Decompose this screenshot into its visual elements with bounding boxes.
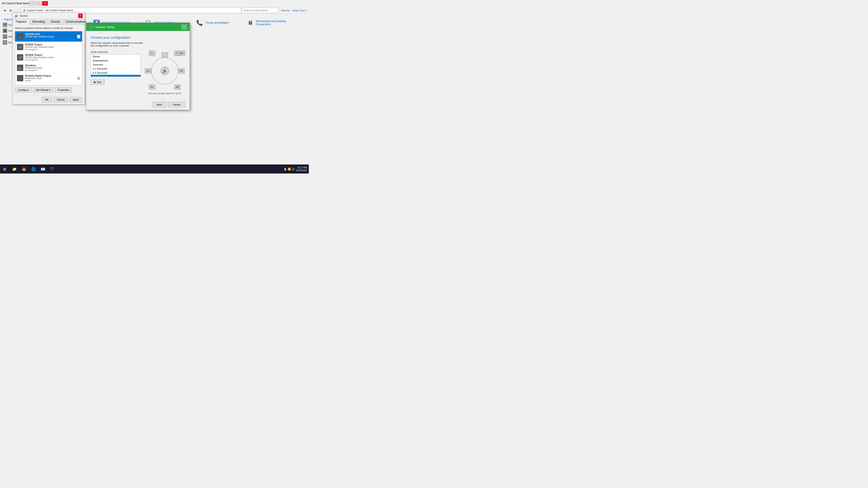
channel-list: Stereo Quadraphonic Surround 5.1 Surroun… — [91, 54, 141, 77]
device-item-3[interactable]: 🔈 Speakers Realtek(R) Audio Not plugged … — [15, 63, 82, 73]
device-sub-4: Realtek(R) Audio — [25, 77, 75, 79]
taskbar-icon-security[interactable]: 🛡 — [48, 164, 57, 173]
sound-dialog-close[interactable]: ✕ — [78, 13, 83, 18]
taskbar-sound-icon: 🔊 — [292, 168, 295, 170]
channel-item-51-1[interactable]: 5.1 Surround — [91, 67, 141, 71]
speaker-sub[interactable]: Sub — [178, 51, 185, 56]
speaker-rear-right[interactable]: RR — [174, 85, 181, 90]
device-item-2[interactable]: 🔊 NVIDIA Output NVIDIA High Definition A… — [15, 52, 82, 63]
device-name-1: NVIDIA Output — [25, 43, 80, 46]
channel-item-71[interactable]: 7.1 Surround — [91, 75, 141, 77]
channel-label: Audio channels: — [91, 51, 141, 53]
tab-sounds[interactable]: Sounds — [48, 19, 63, 24]
device-icon-2: 🔊 — [17, 54, 23, 61]
taskbar-icons: 📁 🦊 🌐 📧 🛡 — [9, 164, 58, 173]
sound-tabs: Playback Recording Sounds Communications — [13, 19, 85, 24]
taskbar-icon-mail[interactable]: 📧 — [38, 164, 48, 173]
device-badge-4: Ready — [25, 79, 75, 82]
taskbar-notification-icon: 🔔 — [284, 168, 287, 170]
speaker-side-left[interactable]: SL — [145, 68, 151, 73]
ok-button[interactable]: OK — [41, 97, 52, 102]
cp-item-phone-modem[interactable]: 📞 Phone and Modem — [193, 17, 243, 29]
speaker-cancel-button[interactable]: Cancel — [168, 102, 185, 107]
apply-button[interactable]: Apply — [69, 97, 82, 102]
device-name-0: DENON-AVR — [25, 33, 75, 35]
test-button[interactable]: ▶ Test — [91, 79, 105, 85]
speaker-content: Choose your configuration Select the spe… — [86, 31, 190, 99]
start-button[interactable]: ⊞ — [0, 164, 9, 173]
close-button[interactable]: ✕ — [42, 1, 48, 6]
speaker-close-button[interactable]: ✕ — [182, 24, 187, 30]
device-item-1[interactable]: 🔊 NVIDIA Output NVIDIA High Definition A… — [15, 42, 82, 52]
set-default-button[interactable]: Set Default ▾ — [33, 87, 53, 93]
device-name-2: NVIDIA Output — [25, 54, 80, 56]
title-bar: All Control Panel Items ─ □ ✕ — [0, 0, 309, 7]
channel-item-quad[interactable]: Quadraphonic — [91, 59, 141, 63]
next-button[interactable]: Next — [152, 102, 166, 107]
view-by-label: View by: — [281, 9, 290, 12]
tab-playback[interactable]: Playback — [13, 19, 30, 24]
cp-label-remote: RemoteApp and Desktop Connections — [256, 20, 293, 26]
device-item-4[interactable]: 🎵 Realtek Digital Output Realtek(R) Audi… — [15, 73, 82, 84]
breadcrumb: 🖥 Control Panel › All Control Panel Item… — [21, 8, 241, 13]
search-input[interactable] — [242, 8, 278, 13]
forward-button[interactable]: ▶ — [8, 8, 13, 13]
sidebar-icon-2: 🌐 — [3, 34, 7, 39]
maximize-button[interactable]: □ — [36, 1, 41, 6]
channel-item-surround[interactable]: Surround — [91, 63, 141, 67]
cp-item-remote[interactable]: 🖥 RemoteApp and Desktop Connections — [245, 17, 295, 29]
minimize-button[interactable]: ─ — [29, 1, 35, 6]
view-value[interactable]: Large icons — [292, 9, 305, 12]
device-icon-4: 🎵 — [17, 75, 23, 81]
title-bar-controls: ─ □ ✕ — [29, 1, 48, 6]
speaker-title-bar: 🔊 Speaker Setup ✕ — [86, 23, 190, 31]
back-button[interactable]: ◀ — [2, 8, 7, 13]
sidebar-icon-3: 🛡 — [3, 40, 7, 45]
test-play-icon: ▶ — [94, 80, 96, 84]
cancel-button[interactable]: Cancel — [53, 97, 68, 102]
device-info-3: Speakers Realtek(R) Audio Not plugged in — [25, 64, 80, 71]
device-item-0[interactable]: 📺 DENON-AVR NVIDIA High Definition Audio… — [15, 31, 82, 42]
speaker-heading: Choose your configuration — [91, 35, 185, 39]
speaker-front-left[interactable]: FL — [149, 51, 155, 56]
test-btn-wrap: ▶ Test — [91, 79, 141, 85]
speaker-title-icon: 🔊 — [89, 25, 93, 29]
properties-button[interactable]: Properties — [55, 87, 72, 93]
scrollbar-indicator-4: ≡ — [77, 76, 80, 80]
up-button[interactable]: ↑ — [14, 8, 20, 13]
taskbar-icon-firefox[interactable]: 🦊 — [20, 164, 29, 173]
taskbar: ⊞ 📁 🦊 🌐 📧 🛡 🔔 📶 🔊 6:17 PM 2/15/2021 — [0, 164, 309, 173]
device-icon-1: 🔊 — [17, 44, 23, 50]
speaker-side-right[interactable]: SR — [178, 68, 185, 73]
channel-item-51-2[interactable]: 5.1 Surround — [91, 71, 141, 75]
tab-recording[interactable]: Recording — [30, 19, 48, 24]
set-default-label: Set Default — [36, 89, 48, 91]
tab-communications[interactable]: Communications — [63, 19, 89, 24]
set-default-arrow: ▾ — [49, 89, 51, 92]
sound-action-buttons: Configure Set Default ▾ Properties — [15, 87, 82, 93]
speaker-viz: FL FR Sub 🔊 SL SR RL RR — [145, 51, 185, 91]
cp-icon-remote: 🖥 — [247, 18, 254, 27]
speaker-viz-section: FL FR Sub 🔊 SL SR RL RR Clic — [145, 51, 185, 95]
sound-dialog-footer: OK Cancel Apply — [13, 95, 85, 104]
device-info-0: DENON-AVR NVIDIA High Definition Audio D… — [25, 33, 75, 40]
sound-dialog-content: Select a playback device below to modify… — [13, 24, 85, 95]
breadcrumb-sep: › — [44, 9, 45, 12]
device-sub-1: NVIDIA High Definition Audio — [25, 46, 80, 48]
device-name-3: Speakers — [25, 64, 80, 67]
speaker-footer: Next Cancel — [86, 99, 190, 110]
speaker-rear-left[interactable]: RL — [149, 85, 155, 90]
taskbar-icon-explorer[interactable]: 📁 — [10, 164, 19, 173]
channel-section: Audio channels: Stereo Quadraphonic Surr… — [91, 51, 141, 95]
breadcrumb-item-1[interactable]: Control Panel — [26, 9, 43, 12]
device-sub-0: NVIDIA High Definition Audio — [25, 35, 75, 38]
breadcrumb-item-2[interactable]: All Control Panel Items — [46, 9, 73, 12]
channel-item-stereo[interactable]: Stereo — [91, 55, 141, 59]
taskbar-icon-edge[interactable]: 🌐 — [29, 164, 38, 173]
speaker-center-icon: 🔊 — [160, 67, 169, 75]
speaker-front-center[interactable] — [162, 53, 168, 57]
speaker-setup-dialog: 🔊 Speaker Setup ✕ Choose your configurat… — [86, 23, 190, 110]
configure-button[interactable]: Configure — [15, 87, 32, 93]
taskbar-clock[interactable]: 6:17 PM 2/15/2021 — [296, 166, 307, 172]
view-dropdown-arrow[interactable]: ▾ — [306, 9, 307, 11]
